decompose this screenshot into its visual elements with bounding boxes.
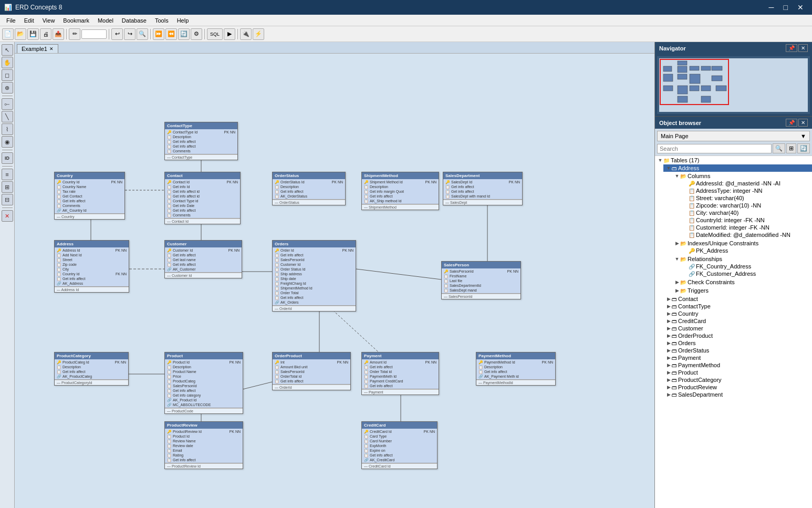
- del-row-tool[interactable]: ⊟: [2, 194, 13, 205]
- erd-table-salesdepartment[interactable]: SalesDepartment 🔑SalesDept IdPK NN 📋Get …: [443, 172, 523, 205]
- indexes-toggle[interactable]: ▶: [674, 241, 680, 246]
- backward-button[interactable]: ⏪: [165, 28, 177, 40]
- pan-tool[interactable]: ✋: [2, 57, 13, 68]
- ob-triggers-row[interactable]: ▶ 📂 Triggers: [672, 287, 812, 294]
- ob-tree[interactable]: ▼ 📁 Tables (17) ▼ 🗃 Address: [655, 155, 812, 508]
- address-toggle[interactable]: ▼: [665, 165, 672, 171]
- sql-button[interactable]: SQL: [207, 28, 223, 40]
- erd-table-country[interactable]: Country 🔑Country IdPK NN 📋Country Name 📋…: [54, 172, 125, 220]
- ob-node-contact[interactable]: ▶ 🗃 Contact: [663, 295, 812, 303]
- ob-pin-button[interactable]: 📌: [786, 119, 797, 127]
- ob-node-product[interactable]: ▶ 🗃 Product: [663, 369, 812, 376]
- ob-node-productcategory[interactable]: ▶ 🗃 ProductCategory: [663, 376, 812, 383]
- ob-node-creditcard[interactable]: ▶ 🗃 CreditCard: [663, 317, 812, 325]
- table-tool[interactable]: ≡: [2, 169, 13, 180]
- undo-button[interactable]: ↩: [111, 28, 123, 40]
- minimize-button[interactable]: ─: [765, 2, 778, 13]
- line-tool[interactable]: ⟜: [2, 98, 13, 110]
- ob-col-city[interactable]: 📋 City: varchar(40): [680, 209, 812, 216]
- ob-col-customerid[interactable]: 📋 CustomerId: integer -FK -NN: [680, 224, 812, 231]
- ob-node-orderproduct[interactable]: ▶ 🗃 OrderProduct: [663, 332, 812, 339]
- ob-indexes-row[interactable]: ▶ 📂 Indexes/Unique Constraints: [672, 240, 812, 247]
- print-button[interactable]: 🖨: [40, 28, 51, 40]
- menu-item-help[interactable]: Help: [173, 16, 193, 25]
- ob-tables-row[interactable]: ▼ 📁 Tables (17): [655, 157, 812, 164]
- erd-table-salesperson[interactable]: SalesPerson 🔑SalesPersonIdPK NN 📋FirstNa…: [441, 261, 521, 299]
- circle-tool[interactable]: ◉: [2, 136, 13, 148]
- open-button[interactable]: 📂: [15, 28, 26, 40]
- check-toggle[interactable]: ▶: [674, 279, 680, 285]
- ob-col-street[interactable]: 📋 Street: varchar(40): [680, 194, 812, 202]
- navigator-close-button[interactable]: ✕: [798, 44, 808, 52]
- ob-refresh-button[interactable]: 🔄: [797, 143, 810, 153]
- ob-node-salesdepartment[interactable]: ▶ 🗃 SalesDepartment: [663, 391, 812, 398]
- connect-button[interactable]: 🔌: [240, 28, 252, 40]
- ob-node-contacttype[interactable]: ▶ 🗃 ContactType: [663, 303, 812, 310]
- ob-col-countryid[interactable]: 📋 CountryId: integer -FK -NN: [680, 216, 812, 224]
- save-button[interactable]: 💾: [27, 28, 39, 40]
- tab-close-icon[interactable]: ✕: [49, 46, 54, 51]
- tables-toggle[interactable]: ▼: [657, 158, 663, 163]
- redo-button[interactable]: ↪: [124, 28, 136, 40]
- ob-search-button[interactable]: 🔍: [773, 143, 785, 153]
- ob-node-payment[interactable]: ▶ 🗃 Payment: [663, 354, 812, 361]
- ob-node-orderstatus[interactable]: ▶ 🗃 OrderStatus: [663, 347, 812, 354]
- ob-col-addresstype[interactable]: 📋 AddressType: integer -NN: [680, 187, 812, 194]
- menu-item-model[interactable]: Model: [93, 16, 118, 25]
- add-tool[interactable]: ⊕: [2, 82, 13, 94]
- select-tool[interactable]: ↖: [2, 44, 13, 56]
- menu-item-edit[interactable]: Edit: [20, 16, 38, 25]
- add-row-tool[interactable]: ⊞: [2, 181, 13, 193]
- erd-table-contacttype[interactable]: ContactType 🔑ContactType IdPK NN 📋Descri…: [164, 122, 238, 160]
- erd-table-orderstatus[interactable]: OrderStatus 🔑OrderStatus IdPK NN 📋Descri…: [272, 172, 346, 205]
- ob-address-row[interactable]: ▼ 🗃 Address: [663, 164, 812, 172]
- erd-table-address[interactable]: Address 🔑Address IdPK NN 📋Add Next Id 📋S…: [54, 240, 129, 293]
- erd-table-paymentmethod[interactable]: PaymentMethod 🔑PaymentMethod IdPK NN 📋De…: [476, 352, 556, 386]
- ob-relationships-row[interactable]: ▼ 📂 Relationships: [672, 255, 812, 263]
- erd-table-contact[interactable]: Contact 🔑Contact IdPK NN 📋Get info Id 📋G…: [164, 172, 241, 224]
- navigator-pin-button[interactable]: 📌: [786, 44, 797, 52]
- ob-page-dropdown[interactable]: Main Page ▼: [657, 131, 810, 141]
- new-button[interactable]: 📄: [2, 28, 14, 40]
- erd-table-productreview[interactable]: ProductReview 🔑ProductReview IdPK NN 📋Pr…: [164, 421, 243, 469]
- menu-item-view[interactable]: View: [38, 16, 59, 25]
- menu-item-file[interactable]: File: [2, 16, 20, 25]
- columns-toggle[interactable]: ▼: [674, 173, 680, 179]
- dashed-tool[interactable]: ⌇: [2, 123, 13, 135]
- ob-node-productreview[interactable]: ▶ 🗃 ProductReview: [663, 383, 812, 391]
- erd-table-productcategory[interactable]: ProductCategory 🔑ProductCateg IdPK NN 📋D…: [54, 352, 129, 386]
- forward-button[interactable]: ⏩: [153, 28, 164, 40]
- ob-col-zipcode[interactable]: 📋 Zipcode: varchar(10) -NN: [680, 202, 812, 209]
- ob-col-datemodified[interactable]: 📋 DateModified: @d_datemodified -NN: [680, 231, 812, 239]
- disconnect-button[interactable]: ⚡: [253, 28, 264, 40]
- canvas-area[interactable]: Example1 ✕: [15, 42, 654, 508]
- erd-table-product[interactable]: Product 🔑Product IdPK NN 📋Description 📋P…: [164, 352, 243, 414]
- menu-item-database[interactable]: Database: [118, 16, 151, 25]
- run-button[interactable]: ▶: [224, 28, 235, 40]
- find-button[interactable]: 🔍: [137, 28, 148, 40]
- erd-table-shipmentmethod[interactable]: ShipmentMethod 🔑Shipment Method IdPK NN …: [361, 172, 439, 210]
- menu-item-bookmark[interactable]: Bookmark: [59, 16, 93, 25]
- ob-node-customer[interactable]: ▶ 🗃 Customer: [663, 325, 812, 332]
- ob-filter-button[interactable]: ⊞: [786, 143, 796, 153]
- erd-table-customer[interactable]: Customer 🔑Customer IdPK NN 📋Get info aff…: [164, 240, 242, 278]
- erd-table-orders[interactable]: Orders 🔑Order IdPK NN 📋Get info affect 📋…: [272, 240, 356, 312]
- ob-fk-country-address[interactable]: 🔗 FK_Country_Address: [680, 263, 812, 270]
- ob-node-country[interactable]: ▶ 🗃 Country: [663, 310, 812, 317]
- pen-tool[interactable]: ╲: [2, 111, 13, 122]
- navigator-map[interactable]: [657, 56, 810, 114]
- canvas-tab[interactable]: Example1 ✕: [17, 44, 58, 53]
- zoom-input[interactable]: 40%: [81, 29, 107, 39]
- id-tool[interactable]: ID: [2, 152, 13, 164]
- erd-table-payment[interactable]: Payment 🔑Amount IdPK NN 📋Get info affect…: [361, 352, 439, 395]
- ob-search-input[interactable]: [657, 144, 772, 153]
- canvas[interactable]: ContactType 🔑ContactType IdPK NN 📋Descri…: [15, 54, 654, 508]
- refresh-button[interactable]: 🔄: [178, 28, 190, 40]
- ob-pk-address[interactable]: 🔑 PK_Address: [680, 247, 812, 254]
- ob-close-button[interactable]: ✕: [798, 119, 808, 127]
- export-button[interactable]: 📤: [53, 28, 64, 40]
- edit-button[interactable]: ✏: [69, 28, 80, 40]
- ob-col-addressid[interactable]: 🔑 AddressId: @d_masterid -NN -AI: [680, 180, 812, 187]
- ob-check-row[interactable]: ▶ 📂 Check Constraints: [672, 278, 812, 286]
- ob-fk-customer-address[interactable]: 🔗 FK_Customer_Address: [680, 270, 812, 277]
